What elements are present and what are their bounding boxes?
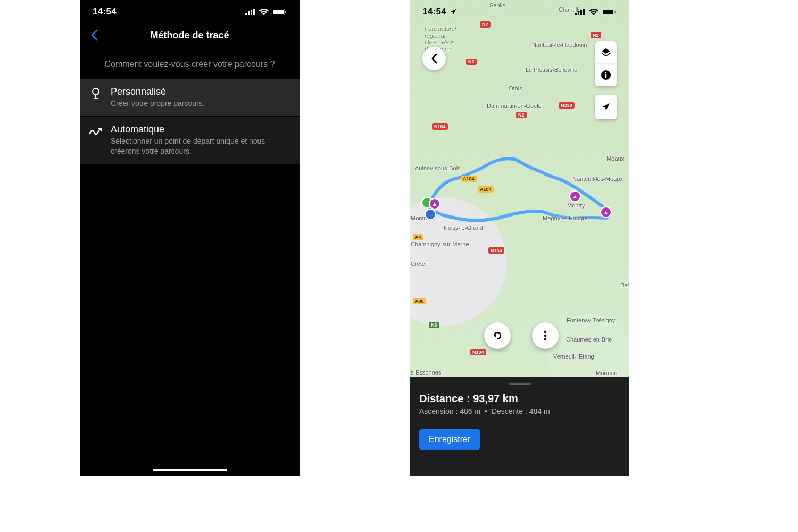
svg-rect-10	[575, 13, 577, 15]
road-n6: N6	[429, 322, 439, 328]
option-automatique[interactable]: Automatique Sélectionner un point de dép…	[80, 117, 300, 164]
place-essonnes: s-Essonnes	[411, 369, 441, 376]
map-back-button[interactable]	[422, 47, 446, 70]
ascent-value: 486 m	[460, 407, 480, 415]
svg-rect-11	[578, 11, 579, 15]
place-fontenay: Fontenay-Trésigny	[567, 317, 615, 323]
svg-rect-19	[605, 74, 606, 78]
option-title: Personnalisé	[111, 86, 290, 97]
right-screen: Senlis Chantilly Parc naturel régional O…	[410, 0, 629, 476]
elevation-marker[interactable]: ▲	[569, 190, 581, 202]
road-a104: A104	[478, 186, 494, 193]
status-time: 14:54	[93, 6, 117, 17]
road-n104: N104	[432, 123, 448, 130]
battery-icon	[272, 9, 287, 15]
more-options-button[interactable]	[532, 322, 559, 349]
elevation-marker[interactable]: ▲	[429, 198, 440, 210]
place-dammartin: Dammartin-en-Goële	[487, 103, 542, 109]
place-nanteuil-m: Nanteuil-lès-Meaux	[572, 176, 623, 182]
separator: •	[485, 407, 487, 415]
status-time: 14:54	[422, 6, 457, 17]
layers-icon	[601, 47, 611, 58]
sheet-grab-handle[interactable]	[509, 383, 531, 385]
road-a104: A104	[461, 176, 477, 182]
elevation-row: Ascension : 486 m • Descente : 484 m	[419, 407, 620, 415]
undo-icon	[491, 329, 504, 342]
home-indicator[interactable]	[153, 469, 227, 471]
svg-rect-5	[273, 10, 284, 14]
route-end-marker[interactable]	[425, 209, 436, 220]
status-bar: 14:54	[80, 0, 300, 23]
info-icon	[601, 70, 611, 80]
nav-bar: Méthode de tracé	[80, 23, 300, 47]
squiggle-icon	[89, 125, 102, 138]
road-n2: N2	[466, 59, 477, 65]
chevron-left-icon	[90, 29, 98, 41]
battery-icon	[602, 9, 617, 15]
more-vertical-icon	[544, 330, 547, 341]
place-mormant: Mormant	[596, 370, 619, 376]
road-n2: N2	[516, 112, 527, 118]
layers-button[interactable]	[595, 41, 617, 64]
place-champigny: Champigny-sur-Marne	[411, 241, 469, 247]
status-icons	[575, 9, 617, 15]
place-creteil: Créteil	[411, 261, 428, 267]
svg-rect-15	[603, 10, 613, 14]
place-verneuil: Verneuil-l'Étang	[553, 353, 594, 360]
ascent-label: Ascension :	[419, 407, 458, 415]
save-button[interactable]: Enregistrer	[419, 429, 480, 450]
svg-point-18	[605, 72, 607, 74]
svg-point-21	[544, 335, 546, 337]
svg-point-20	[544, 331, 546, 333]
place-chaumes: Chaumes-en-Brie	[566, 336, 612, 343]
svg-point-7	[93, 88, 99, 95]
place-magny: Magny-le-Hongre	[543, 215, 588, 221]
place-plessis: Le Plessis-Belleville	[526, 66, 577, 73]
cellular-icon	[245, 9, 256, 15]
wifi-icon	[259, 9, 269, 15]
svg-rect-6	[285, 11, 286, 13]
svg-rect-0	[245, 13, 247, 15]
option-personnalise[interactable]: Personnalisé Créer votre propre parcours…	[80, 79, 300, 117]
svg-point-22	[544, 338, 546, 340]
elevation-marker[interactable]: ▲	[600, 206, 612, 218]
svg-rect-1	[248, 11, 250, 15]
place-noisy: Noisy-le-Grand	[444, 225, 483, 231]
distance-value: 93,97 km	[473, 393, 518, 404]
road-n2: N2	[591, 32, 601, 38]
left-screen: 14:54 Méthode de tracé Comment voulez-vo…	[80, 0, 300, 476]
svg-rect-12	[580, 10, 582, 15]
cellular-icon	[575, 9, 586, 15]
locate-me-button[interactable]	[595, 95, 617, 119]
undo-button[interactable]	[484, 322, 511, 349]
status-icons	[245, 9, 287, 15]
descent-label: Descente :	[492, 407, 527, 415]
svg-rect-13	[583, 9, 585, 15]
place-bet: Bet	[620, 282, 629, 288]
distance-row: Distance : 93,97 km	[419, 393, 620, 405]
status-bar: 14:54	[410, 0, 629, 23]
bottom-sheet[interactable]: Distance : 93,97 km Ascension : 486 m • …	[410, 377, 629, 476]
location-services-icon	[450, 8, 457, 15]
svg-rect-3	[253, 9, 255, 15]
road-a4: A4	[413, 234, 423, 240]
place-nanteuil: Nanteuil-le-Haudouin	[532, 41, 587, 48]
chevron-left-icon	[430, 53, 438, 64]
map-layers-stack	[595, 41, 617, 86]
road-n330: N330	[559, 102, 575, 109]
wifi-icon	[589, 9, 598, 15]
distance-label: Distance :	[419, 393, 470, 404]
subheader-text: Comment voulez-vous créer votre parcours…	[80, 47, 300, 79]
pin-icon	[89, 87, 102, 100]
page-title: Méthode de tracé	[150, 30, 229, 41]
svg-rect-16	[615, 11, 616, 13]
road-n104: N104	[470, 349, 486, 355]
option-text: Automatique Sélectionner un point de dép…	[111, 124, 290, 156]
back-button[interactable]	[86, 27, 102, 43]
descent-value: 484 m	[529, 407, 550, 415]
road-n104: N104	[488, 247, 504, 254]
svg-rect-2	[251, 10, 252, 15]
info-button[interactable]	[595, 64, 617, 86]
place-othis: Othis	[509, 85, 522, 92]
place-aulnay: Aulnay-sous-Bois	[415, 165, 461, 171]
